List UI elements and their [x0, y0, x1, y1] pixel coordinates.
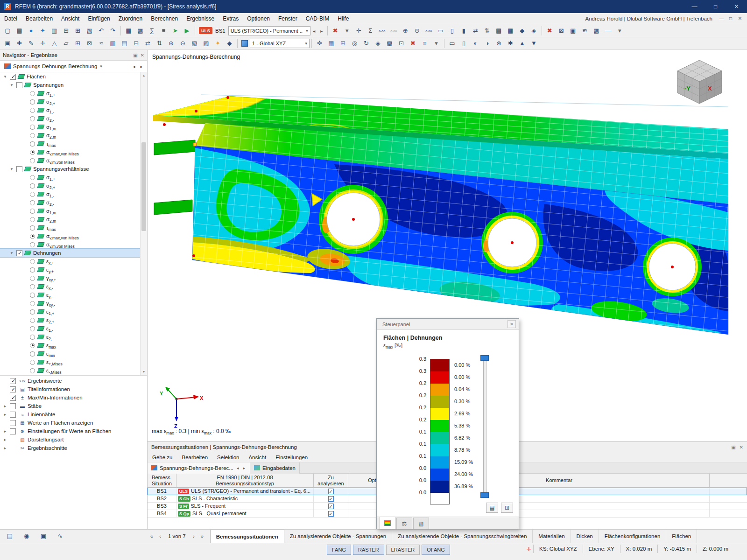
stress-result-option[interactable]: σ2,m	[0, 131, 147, 140]
display-option-row[interactable]: x.xx Ergebniswerte	[0, 377, 147, 385]
display-option-row[interactable]: ▦ Werte an Flächen anzeigen	[0, 419, 147, 427]
close-icon[interactable]: ✕	[507, 320, 516, 328]
close-button[interactable]: ✕	[726, 0, 747, 13]
toolbar-icon[interactable]: ⊠	[84, 38, 95, 49]
tab-scroll-left-icon[interactable]: ◂	[236, 466, 240, 470]
radio-button[interactable]	[30, 267, 35, 273]
radio-button[interactable]	[30, 368, 35, 373]
checkbox[interactable]	[16, 250, 22, 256]
stress-ratio-option[interactable]: σ1,m	[0, 207, 147, 215]
toolbar-icon[interactable]: ↶	[95, 25, 107, 36]
stress-ratio-option[interactable]: σv,m,von Mises	[0, 240, 147, 249]
panel-menu-item[interactable]: Ansicht	[244, 452, 271, 462]
menu-item[interactable]: Bearbeiten	[21, 13, 57, 24]
prev-combination-button[interactable]: ◂	[310, 26, 318, 35]
strain-result-option[interactable]: ε2,+	[0, 316, 147, 324]
analyze-checkbox[interactable]: ✓	[328, 496, 334, 502]
tree-node-surfaces[interactable]: ▾ Flächen	[0, 72, 147, 81]
snap-toggle-button[interactable]: FANG	[327, 545, 351, 555]
checkbox[interactable]	[10, 403, 16, 409]
expander-icon[interactable]: ▸	[2, 446, 8, 450]
snap-toggle-button[interactable]: RASTER	[353, 545, 384, 555]
menu-item[interactable]: Ergebnisse	[182, 13, 218, 24]
dock-icon[interactable]: ▣	[133, 53, 137, 58]
toolbar-icon[interactable]: ⊡	[395, 38, 407, 49]
last-page-button[interactable]: »	[198, 533, 206, 539]
menu-item[interactable]: Einfügen	[84, 13, 114, 24]
expander-icon[interactable]: ▾	[2, 74, 8, 79]
toolbar-icon[interactable]: ⇅	[481, 25, 493, 36]
table-view-tab[interactable]: Zu analysierende Objekte - Spannungen	[284, 530, 393, 543]
tree-node-stresses[interactable]: ▾ Spannungen	[0, 81, 147, 89]
coordinate-system-select[interactable]: 1 - Global XYZ ▾	[250, 39, 310, 48]
radio-button[interactable]	[30, 318, 35, 323]
toolbar-icon[interactable]: ▩	[134, 25, 146, 36]
minimize-button[interactable]: —	[684, 0, 705, 13]
radio-button[interactable]	[30, 335, 35, 340]
checkbox[interactable]	[10, 412, 16, 418]
toolbar-icon[interactable]: ≋	[579, 25, 591, 36]
stress-ratio-option[interactable]: σ2,+	[0, 182, 147, 190]
radio-button[interactable]	[30, 158, 35, 163]
toolbar-icon[interactable]: ▢	[2, 25, 14, 36]
expander-icon[interactable]: ▸	[2, 404, 8, 408]
next-combination-button[interactable]: ▸	[318, 26, 325, 35]
stress-ratio-option[interactable]: σ2,-	[0, 198, 147, 207]
radio-button[interactable]	[30, 284, 35, 289]
radio-button[interactable]	[30, 301, 35, 306]
toolbar-icon[interactable]: ≡	[419, 38, 430, 49]
stress-ratio-option[interactable]: σv,max,von Mises	[0, 232, 147, 240]
doc-restore-icon[interactable]: □	[726, 16, 735, 21]
toolbar-icon[interactable]: x.xx	[376, 25, 388, 36]
radio-button[interactable]	[30, 234, 35, 239]
strain-result-option[interactable]: εmax	[0, 341, 147, 350]
table-view-tab[interactable]: Materialien	[533, 530, 571, 543]
expander-icon[interactable]: ▾	[8, 251, 15, 255]
toolbar-icon[interactable]: ↻	[360, 38, 372, 49]
toolbar-icon[interactable]: ▮	[458, 25, 470, 36]
checkbox[interactable]	[10, 428, 16, 434]
toolbar-icon[interactable]: Σ	[365, 25, 376, 36]
tab-filter[interactable]: ▧	[413, 518, 429, 529]
toolbar-icon[interactable]: ▯	[458, 38, 470, 49]
toolbar-icon[interactable]: ◆	[224, 38, 235, 49]
toolbar-icon[interactable]: x.xx	[423, 25, 435, 36]
toolbar-icon[interactable]: ➤	[169, 25, 181, 36]
toolbar-icon[interactable]: ▨	[200, 38, 212, 49]
toolbar-icon[interactable]: ✛	[37, 38, 49, 49]
display-option-row[interactable]: ▸ ▬ Stäbe	[0, 402, 147, 410]
radio-button[interactable]	[30, 225, 35, 231]
toolbar-icon[interactable]: ✛	[353, 25, 365, 36]
stiffener-plates[interactable]	[154, 140, 195, 215]
radio-button[interactable]	[30, 91, 35, 96]
toolbar-icon[interactable]: —	[602, 25, 614, 36]
toolbar-icon[interactable]: ∑	[146, 25, 158, 36]
radio-button[interactable]	[30, 343, 35, 348]
stress-result-option[interactable]: σ1,m	[0, 123, 147, 131]
snap-toggle-button[interactable]: OFANG	[422, 545, 450, 555]
stress-result-option[interactable]: σ2,-	[0, 114, 147, 123]
tab-stress-strain-analysis[interactable]: Spannungs-Dehnungs-Berec... ◂ ▸	[148, 462, 250, 474]
strain-result-option[interactable]: ε2,-	[0, 333, 147, 341]
toolbar-icon[interactable]: ▥	[107, 38, 119, 49]
stress-result-option[interactable]: σ1,-	[0, 106, 147, 114]
toolbar-icon[interactable]: ⊕	[165, 38, 177, 49]
expander-icon[interactable]: ▸	[2, 437, 8, 442]
toolbar-icon[interactable]: ▭	[446, 38, 458, 49]
toolbar-icon[interactable]: ✖	[544, 25, 556, 36]
toolbar-icon[interactable]: ✱	[505, 38, 516, 49]
strain-result-option[interactable]: ε1,-	[0, 324, 147, 333]
display-option-row[interactable]: ▸ ⚙ Einstellungen für Werte an Flächen	[0, 427, 147, 435]
toolbar-icon[interactable]: ◆	[516, 25, 528, 36]
strain-result-option[interactable]: ε-,Mises	[0, 366, 147, 375]
stress-result-option[interactable]: σ1,+	[0, 89, 147, 98]
tree-node-stress-ratios[interactable]: ▾ Spannungsverhältnisse	[0, 165, 147, 173]
toolbar-icon[interactable]: ⇅	[154, 38, 165, 49]
tab-factors[interactable]: ⚖	[396, 518, 412, 529]
table-view-tab[interactable]: Bemessungssituationen	[210, 530, 284, 543]
tab-scroll-right-icon[interactable]: ▸	[242, 466, 246, 470]
radio-button[interactable]	[30, 175, 35, 180]
radio-button[interactable]	[30, 293, 35, 298]
toolbar-icon[interactable]: ⊖	[177, 38, 189, 49]
analyze-checkbox[interactable]: ✓	[328, 489, 334, 494]
